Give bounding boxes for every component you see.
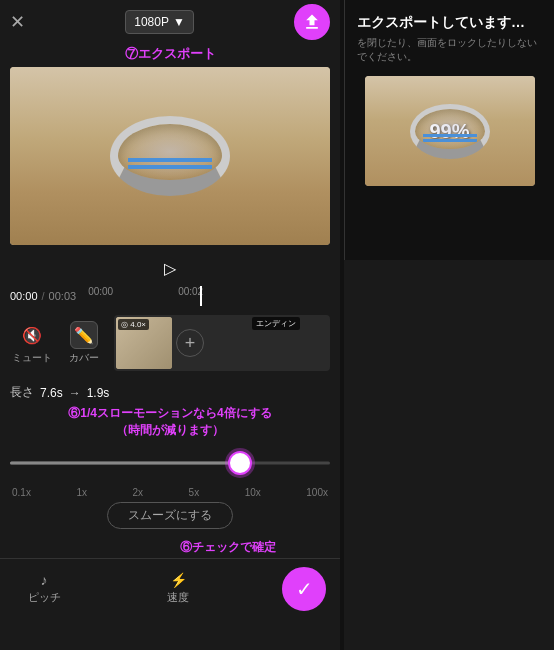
- cover-button[interactable]: ✏️ カバー: [62, 321, 106, 365]
- export-button[interactable]: [294, 4, 330, 40]
- export-title: エクスポートしています…: [357, 14, 542, 32]
- cover-label: カバー: [69, 351, 99, 365]
- speed-marker-1: 1x: [76, 487, 87, 498]
- speed-marker-5: 5x: [189, 487, 200, 498]
- timecode-bar: 00:00 / 00:03 00:00 00:02: [0, 284, 340, 308]
- resolution-button[interactable]: 1080P ▼: [125, 10, 194, 34]
- timecode-total: 00:03: [49, 290, 77, 302]
- close-icon[interactable]: ✕: [10, 11, 25, 33]
- speed-annotation-1: ⑥1/4スローモーションなら4倍にする （時間が減ります）: [10, 405, 330, 439]
- video-preview-inner: [10, 67, 330, 245]
- duration-arrow: →: [69, 386, 81, 400]
- check-annotation: ⑥チェックで確定: [0, 539, 280, 556]
- export-preview: 99%: [365, 76, 535, 186]
- clip-speed-badge: ◎ 4.0×: [118, 319, 149, 330]
- mute-label: ミュート: [12, 351, 52, 365]
- speed-header: 長さ 7.6s → 1.9s: [10, 384, 330, 401]
- add-clip-icon: +: [185, 333, 196, 354]
- play-button[interactable]: ▷: [164, 259, 176, 278]
- left-panel: ✕ 1080P ▼ ⑦エクスポート: [0, 0, 340, 650]
- timeline-playhead: [200, 286, 202, 306]
- timecode-current: 00:00: [10, 290, 38, 302]
- export-bowl-shape: [410, 104, 490, 159]
- smooth-button[interactable]: スムーズにする: [107, 502, 233, 529]
- timeline-area: ▷ 00:00 / 00:03 00:00 00:02 🔇 ミュート ✏️ カバ…: [0, 245, 340, 650]
- duration-label: 長さ: [10, 384, 34, 401]
- clip-thumbnail[interactable]: ◎ 4.0×: [116, 317, 172, 369]
- video-preview: [10, 67, 330, 245]
- duration-from: 7.6s: [40, 386, 63, 400]
- pitch-icon: ♪: [41, 572, 48, 588]
- export-annotation: ⑦エクスポート: [125, 46, 216, 61]
- timeline-controls: ▷: [0, 253, 340, 284]
- check-button[interactable]: ✓: [282, 567, 326, 611]
- resolution-arrow: ▼: [173, 15, 185, 29]
- bottom-bar: ♪ ピッチ ⚡ 速度 ✓: [0, 558, 340, 619]
- ruler-mark-0: 00:00: [88, 286, 113, 297]
- pitch-label: ピッチ: [28, 590, 61, 605]
- speed-track-filled: [10, 461, 240, 464]
- speed-marker-2: 2x: [133, 487, 144, 498]
- speed-marker-01: 0.1x: [12, 487, 31, 498]
- export-subtitle: を閉じたり、画面をロックしたりしないでください。: [357, 36, 542, 64]
- mute-button[interactable]: 🔇 ミュート: [10, 321, 54, 365]
- speed-thumb[interactable]: [228, 451, 252, 475]
- top-bar: ✕ 1080P ▼: [0, 0, 340, 44]
- speed-marker-10: 10x: [245, 487, 261, 498]
- add-clip-button[interactable]: +: [176, 329, 204, 357]
- resolution-label: 1080P: [134, 15, 169, 29]
- track-area: 🔇 ミュート ✏️ カバー ◎ 4.0× エンディン +: [0, 308, 340, 378]
- speed-label: 速度: [167, 590, 189, 605]
- right-panel: エクスポートしています… を閉じたり、画面をロックしたりしないでください。 99…: [344, 0, 554, 260]
- speed-markers: 0.1x 1x 2x 5x 10x 100x: [10, 487, 330, 498]
- upload-icon: [302, 12, 322, 32]
- mute-icon: 🔇: [18, 321, 46, 349]
- speed-track: [10, 461, 330, 464]
- speed-slider[interactable]: [10, 443, 330, 483]
- bowl-shape: [110, 116, 230, 196]
- speed-icon: ⚡: [170, 572, 187, 588]
- pitch-tab[interactable]: ♪ ピッチ: [14, 572, 74, 605]
- timecode-separator: /: [42, 290, 45, 302]
- speed-section: 長さ 7.6s → 1.9s ⑥1/4スローモーションなら4倍にする （時間が減…: [0, 378, 340, 539]
- clip-ending-label: エンディン: [252, 317, 300, 330]
- speed-marker-100: 100x: [306, 487, 328, 498]
- cover-icon: ✏️: [70, 321, 98, 349]
- duration-to: 1.9s: [87, 386, 110, 400]
- export-preview-inner: 99%: [365, 76, 535, 186]
- clip-track: ◎ 4.0× エンディン +: [114, 315, 330, 371]
- speed-tab[interactable]: ⚡ 速度: [148, 572, 208, 605]
